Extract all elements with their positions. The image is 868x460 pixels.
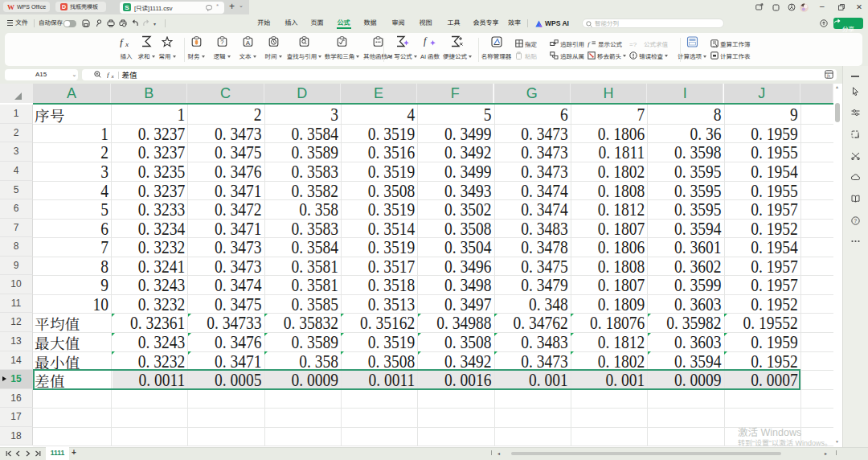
svg-text:A: A xyxy=(245,39,250,47)
svg-text:?: ? xyxy=(854,218,858,224)
svg-text:x: x xyxy=(110,73,114,79)
svg-text:f: f xyxy=(120,36,125,47)
svg-text:W: W xyxy=(7,3,14,10)
svg-text:=?: =? xyxy=(629,40,637,47)
svg-text:f: f xyxy=(424,35,428,47)
svg-text:f: f xyxy=(588,40,591,48)
svg-text:S: S xyxy=(125,4,129,11)
svg-text:fx: fx xyxy=(827,73,831,78)
svg-text:?: ? xyxy=(220,39,223,46)
svg-text:f: f xyxy=(107,71,110,79)
svg-text:D: D xyxy=(62,4,66,10)
